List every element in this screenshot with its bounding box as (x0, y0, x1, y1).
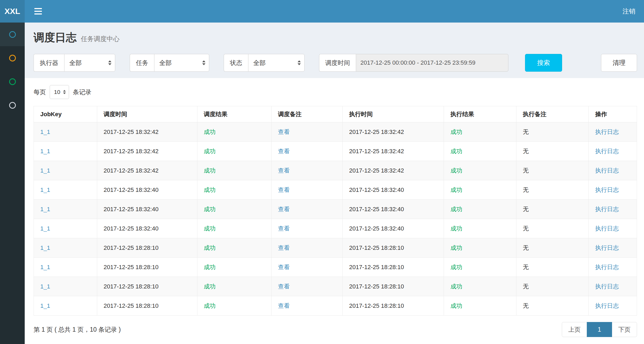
menu-icon[interactable] (34, 6, 42, 16)
table-row: 1_12017-12-25 18:32:42成功查看2017-12-25 18:… (34, 161, 637, 180)
view-trigger-msg-link[interactable]: 查看 (278, 264, 290, 270)
handle-time-cell: 2017-12-25 18:32:40 (349, 225, 404, 232)
trigger-result-cell: 成功 (204, 244, 216, 251)
handle-time-cell: 2017-12-25 18:32:42 (349, 167, 404, 174)
handle-time-cell: 2017-12-25 18:28:10 (349, 302, 404, 309)
column-header: 操作 (589, 106, 637, 122)
jobkey-link[interactable]: 1_1 (40, 129, 50, 135)
handle-msg-cell: 无 (523, 206, 529, 213)
execution-log-link[interactable]: 执行日志 (595, 244, 619, 251)
trigger-result-cell: 成功 (204, 302, 216, 309)
brand-logo[interactable]: XXL (0, 0, 25, 23)
trigger-time-cell: 2017-12-25 18:28:10 (104, 302, 158, 309)
handle-result-cell: 成功 (450, 283, 462, 290)
jobkey-link[interactable]: 1_1 (40, 264, 50, 270)
jobkey-link[interactable]: 1_1 (40, 283, 50, 290)
trigger-result-cell: 成功 (204, 264, 216, 270)
execution-log-link[interactable]: 执行日志 (595, 186, 619, 193)
view-trigger-msg-link[interactable]: 查看 (278, 225, 290, 232)
trigger-result-cell: 成功 (204, 167, 216, 174)
jobkey-link[interactable]: 1_1 (40, 225, 50, 232)
table-footer: 第 1 页 ( 总共 1 页，10 条记录 ) 上页 1 下页 (34, 322, 637, 337)
column-header: 调度时间 (97, 106, 197, 122)
handle-time-cell: 2017-12-25 18:28:10 (349, 264, 404, 270)
jobkey-link[interactable]: 1_1 (40, 148, 50, 155)
time-filter-label: 调度时间 (319, 54, 356, 72)
execution-log-link[interactable]: 执行日志 (595, 264, 619, 270)
execution-log-link[interactable]: 执行日志 (595, 167, 619, 174)
view-trigger-msg-link[interactable]: 查看 (278, 186, 290, 193)
circle-o-icon (9, 55, 16, 61)
clear-button[interactable]: 清理 (601, 54, 637, 72)
trigger-time-cell: 2017-12-25 18:32:40 (104, 225, 158, 232)
trigger-time-cell: 2017-12-25 18:32:40 (104, 186, 158, 193)
spinner-arrows-icon (63, 90, 66, 94)
search-button[interactable]: 搜索 (525, 54, 562, 72)
page-size-control: 每页 10 条记录 (34, 85, 637, 99)
page-size-value: 10 (54, 89, 60, 95)
execution-log-link[interactable]: 执行日志 (595, 129, 619, 135)
sidebar-item-2[interactable] (0, 46, 25, 70)
time-filter-group: 调度时间 2017-12-25 00:00:00 - 2017-12-25 23… (319, 54, 508, 72)
page-size-select[interactable]: 10 (50, 85, 69, 99)
spinner-arrows-icon (202, 60, 205, 65)
trigger-time-cell: 2017-12-25 18:32:42 (104, 148, 158, 155)
job-filter-label: 任务 (130, 54, 154, 72)
jobkey-link[interactable]: 1_1 (40, 244, 50, 251)
handle-result-cell: 成功 (450, 186, 462, 193)
executor-select[interactable]: 全部 (64, 54, 115, 72)
time-range-input[interactable]: 2017-12-25 00:00:00 - 2017-12-25 23:59:5… (356, 54, 508, 72)
table-row: 1_12017-12-25 18:32:40成功查看2017-12-25 18:… (34, 219, 637, 238)
view-trigger-msg-link[interactable]: 查看 (278, 302, 290, 309)
menu-icon-bar (34, 11, 42, 12)
handle-msg-cell: 无 (523, 264, 529, 270)
view-trigger-msg-link[interactable]: 查看 (278, 167, 290, 174)
execution-log-link[interactable]: 执行日志 (595, 206, 619, 213)
handle-msg-cell: 无 (523, 244, 529, 251)
jobkey-link[interactable]: 1_1 (40, 167, 50, 174)
column-header: 执行备注 (516, 106, 589, 122)
jobkey-link[interactable]: 1_1 (40, 302, 50, 309)
view-trigger-msg-link[interactable]: 查看 (278, 283, 290, 290)
logout-link[interactable]: 注销 (623, 7, 635, 16)
job-select[interactable]: 全部 (154, 54, 209, 72)
executor-filter-group: 执行器 全部 (34, 54, 115, 72)
execution-log-link[interactable]: 执行日志 (595, 302, 619, 309)
log-table-head: JobKey调度时间调度结果调度备注执行时间执行结果执行备注操作 (34, 106, 637, 122)
job-select-value: 全部 (159, 59, 172, 67)
menu-icon-bar (34, 8, 42, 9)
sidebar-item-3[interactable] (0, 70, 25, 93)
trigger-result-cell: 成功 (204, 283, 216, 290)
view-trigger-msg-link[interactable]: 查看 (278, 129, 290, 135)
next-page-button[interactable]: 下页 (612, 322, 637, 337)
trigger-result-cell: 成功 (204, 148, 216, 155)
circle-o-icon (9, 102, 16, 109)
prev-page-button[interactable]: 上页 (562, 322, 587, 337)
table-panel: 每页 10 条记录 JobKey调度时间调度结果调度备注执行时间执行结果执行备注… (25, 78, 644, 344)
handle-time-cell: 2017-12-25 18:32:40 (349, 206, 404, 213)
view-trigger-msg-link[interactable]: 查看 (278, 206, 290, 213)
execution-log-link[interactable]: 执行日志 (595, 225, 619, 232)
execution-log-link[interactable]: 执行日志 (595, 283, 619, 290)
sidebar-item-1[interactable] (0, 23, 25, 46)
table-row: 1_12017-12-25 18:28:10成功查看2017-12-25 18:… (34, 258, 637, 277)
view-trigger-msg-link[interactable]: 查看 (278, 244, 290, 251)
handle-time-cell: 2017-12-25 18:32:40 (349, 186, 404, 193)
status-select[interactable]: 全部 (248, 54, 305, 72)
page-1-button[interactable]: 1 (587, 322, 612, 337)
handle-msg-cell: 无 (523, 283, 529, 290)
jobkey-link[interactable]: 1_1 (40, 186, 50, 193)
view-trigger-msg-link[interactable]: 查看 (278, 148, 290, 155)
jobkey-link[interactable]: 1_1 (40, 206, 50, 213)
sidebar-item-4[interactable] (0, 93, 25, 117)
handle-time-cell: 2017-12-25 18:28:10 (349, 283, 404, 290)
circle-o-icon (9, 78, 16, 85)
status-filter-label: 状态 (224, 54, 248, 72)
table-row: 1_12017-12-25 18:32:40成功查看2017-12-25 18:… (34, 200, 637, 219)
page-size-suffix: 条记录 (73, 88, 91, 96)
table-row: 1_12017-12-25 18:28:10成功查看2017-12-25 18:… (34, 296, 637, 316)
spinner-arrows-icon (108, 60, 111, 65)
navbar-main: 注销 (25, 0, 644, 23)
handle-msg-cell: 无 (523, 167, 529, 174)
execution-log-link[interactable]: 执行日志 (595, 148, 619, 155)
